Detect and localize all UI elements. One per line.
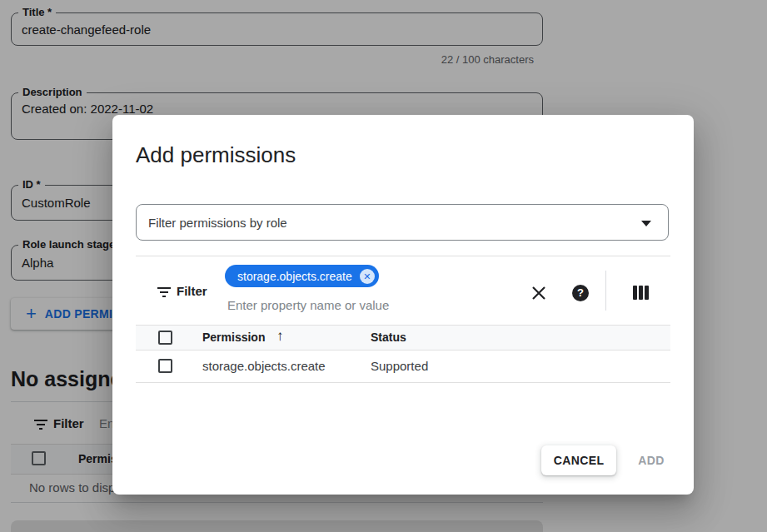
permission-column-header[interactable]: Permission — [202, 331, 265, 344]
clear-filters-icon[interactable] — [530, 285, 547, 301]
column-display-icon[interactable] — [633, 286, 649, 300]
add-permissions-dialog: Add permissions Filter permissions by ro… — [112, 115, 694, 495]
select-all-checkbox[interactable] — [158, 331, 172, 345]
dialog-title: Add permissions — [136, 142, 296, 168]
filter-chip-storage-objects-create[interactable]: storage.objects.create ✕ — [225, 265, 379, 287]
filter-by-role-placeholder: Filter permissions by role — [148, 216, 287, 230]
modal-table-header: Permission ↑ Status — [136, 325, 670, 351]
row-status-cell: Supported — [371, 359, 428, 373]
modal-filter-input[interactable] — [227, 298, 477, 312]
cancel-button[interactable]: CANCEL — [541, 445, 616, 475]
row-permission-cell: storage.objects.create — [202, 359, 326, 373]
sort-ascending-icon[interactable]: ↑ — [276, 328, 284, 345]
divider — [605, 271, 606, 311]
divider — [136, 256, 670, 256]
chip-remove-icon[interactable]: ✕ — [360, 269, 375, 284]
chevron-down-icon — [641, 221, 651, 226]
status-column-header[interactable]: Status — [371, 331, 406, 344]
filter-chip-label: storage.objects.create — [237, 270, 352, 283]
filter-by-role-dropdown[interactable]: Filter permissions by role — [136, 204, 669, 241]
add-button[interactable]: ADD — [626, 445, 676, 475]
filter-funnel-icon — [157, 286, 172, 298]
help-icon[interactable]: ? — [572, 285, 589, 301]
row-checkbox[interactable] — [158, 359, 172, 373]
modal-filter-label[interactable]: Filter — [177, 284, 207, 298]
table-row[interactable]: storage.objects.create Supported — [136, 351, 670, 383]
